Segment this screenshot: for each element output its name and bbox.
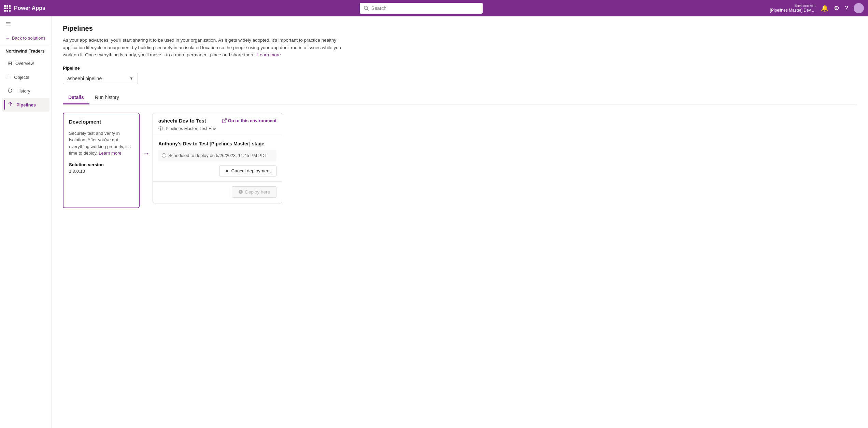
sidebar-item-overview[interactable]: ⊞ Overview [2,57,49,70]
app-name: Power Apps [14,5,45,11]
env-label: Environment [770,3,815,8]
deploy-here-label: Deploy here [245,189,270,195]
help-icon[interactable]: ? [845,5,848,12]
overview-icon: ⊞ [8,60,12,67]
topbar-center [72,3,770,14]
dev-learn-more-link[interactable]: Learn more [99,151,121,156]
env-info: Environment [Pipelines Master] Dev ... [770,3,815,13]
description-text: As your app advances, you'll start shari… [63,37,343,59]
cancel-deployment-button[interactable]: ✕ Cancel deployment [219,166,276,176]
svg-point-0 [857,5,860,8]
sidebar-item-history-label: History [16,88,30,94]
sidebar-item-history[interactable]: ⏱ History [2,84,49,97]
settings-icon[interactable]: ⚙ [834,4,839,12]
go-to-environment-button[interactable]: Go to this environment [222,118,276,123]
sidebar-section-title: Northwind Traders [0,44,52,56]
topbar: Power Apps Environment [Pipelines Master… [0,0,868,16]
history-icon: ⏱ [8,88,13,94]
back-to-solutions-label: Back to solutions [12,35,45,41]
sidebar-item-objects-label: Objects [14,75,29,80]
schedule-info: ⓘ Scheduled to deploy on 5/26/2023, 11:4… [158,150,276,161]
env-sub-name: [Pipelines Master] Test Env [165,126,216,131]
pipelines-icon [8,101,13,108]
pipeline-field-label: Pipeline [63,66,857,71]
dev-stage-title: Development [69,119,133,125]
dev-stage-desc: Securely test and verify in isolation. A… [69,130,133,157]
main-layout: ☰ ← Back to solutions Northwind Traders … [0,16,868,428]
go-to-env-label: Go to this environment [228,118,276,123]
env-sub-info: ⓘ [Pipelines Master] Test Env [158,126,276,132]
tab-details[interactable]: Details [63,91,89,104]
cancel-x-icon: ✕ [225,168,229,174]
schedule-text: Scheduled to deploy on 5/26/2023, 11:45 … [168,153,267,158]
tab-run-history[interactable]: Run history [89,91,125,104]
deploy-env-name: asheehi Dev to Test [158,118,206,124]
description-body: As your app advances, you'll start shari… [63,38,341,57]
back-to-solutions-button[interactable]: ← Back to solutions [0,32,52,44]
sidebar-item-pipelines-label: Pipelines [16,102,36,108]
deploy-here-button: Deploy here [232,186,276,198]
deploy-stage-section: Anthony's Dev to Test [Pipelines Master]… [153,136,282,182]
pipeline-stages: Development Securely test and verify in … [63,113,857,208]
env-name: [Pipelines Master] Dev ... [770,8,815,13]
dropdown-arrow-icon: ▼ [129,76,133,81]
stage-arrow: → [140,149,153,158]
objects-icon: ≡ [8,74,11,80]
solution-version-value: 1.0.0.13 [69,169,133,174]
development-stage-card: Development Securely test and verify in … [63,113,140,208]
page-title: Pipelines [63,25,857,32]
search-box[interactable] [360,3,483,14]
waffle-icon[interactable] [4,5,11,12]
pipeline-dropdown[interactable]: asheehi pipeline ▼ [63,73,138,84]
deploy-card: asheehi Dev to Test Go to this environme… [153,113,282,203]
info-icon: ⓘ [158,126,163,132]
schedule-icon: ⓘ [162,153,166,159]
deploy-stage-name: Anthony's Dev to Test [Pipelines Master]… [158,141,276,146]
content-area: Pipelines As your app advances, you'll s… [52,16,868,428]
back-arrow-icon: ← [5,35,10,41]
sidebar-item-overview-label: Overview [15,61,34,66]
rocket-icon [238,189,243,194]
sidebar-item-pipelines[interactable]: Pipelines [2,98,49,112]
cancel-label: Cancel deployment [231,168,271,173]
topbar-left: Power Apps [4,5,72,12]
search-icon [364,6,369,11]
deploy-here-section: Deploy here [153,182,282,203]
deploy-card-header: asheehi Dev to Test Go to this environme… [153,113,282,136]
learn-more-link[interactable]: Learn more [257,52,281,57]
sidebar: ☰ ← Back to solutions Northwind Traders … [0,16,52,428]
search-input[interactable] [371,5,479,11]
solution-version-label: Solution version [69,162,133,167]
deploy-env-title-row: asheehi Dev to Test Go to this environme… [158,118,276,124]
external-link-icon [222,118,227,123]
sidebar-item-objects[interactable]: ≡ Objects [2,71,49,84]
topbar-right: Environment [Pipelines Master] Dev ... 🔔… [770,3,864,13]
pipelines-svg-icon [8,101,13,107]
avatar-image [855,4,863,12]
tabs-container: Details Run history [63,91,857,104]
notifications-icon[interactable]: 🔔 [821,4,828,12]
avatar[interactable] [854,3,864,13]
hamburger-button[interactable]: ☰ [0,16,52,32]
pipeline-selected-value: asheehi pipeline [67,76,102,81]
